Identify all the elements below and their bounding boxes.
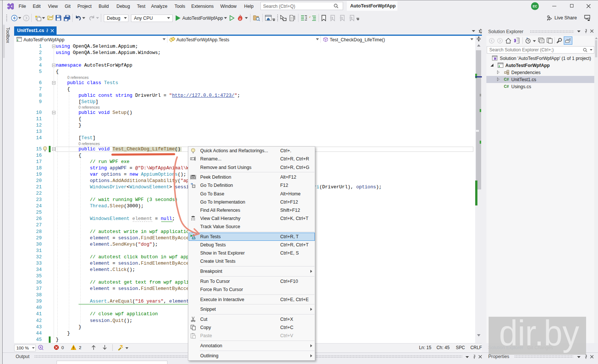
svg-text:e: e — [309, 15, 311, 19]
